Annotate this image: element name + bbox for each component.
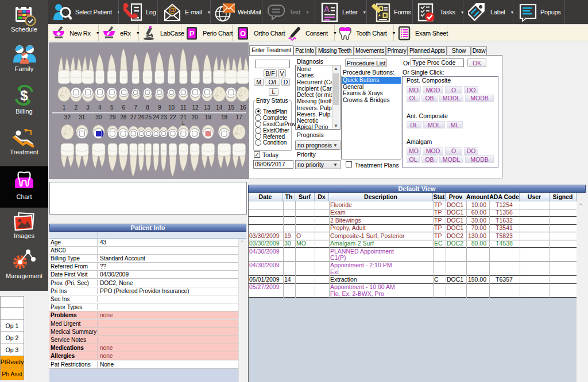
svg-text:20: 20 (191, 114, 198, 120)
svg-text:O: O (240, 29, 246, 38)
svg-text:18: 18 (221, 114, 228, 120)
svg-text:31: 31 (79, 114, 86, 120)
svg-text:26: 26 (138, 114, 145, 120)
svg-text:23: 23 (160, 114, 167, 120)
svg-text:2: 2 (75, 104, 78, 111)
svg-text:21: 21 (180, 114, 187, 120)
svg-text:1: 1 (63, 104, 66, 111)
svg-text:7: 7 (134, 104, 137, 111)
svg-text:3: 3 (86, 104, 90, 111)
svg-text:17: 17 (236, 114, 243, 120)
svg-text:L: L (182, 120, 185, 126)
svg-text:15: 15 (228, 104, 235, 111)
svg-text:28: 28 (120, 114, 127, 120)
svg-text:32: 32 (64, 114, 71, 120)
svg-text:4: 4 (98, 104, 102, 111)
svg-text:25: 25 (145, 114, 152, 120)
svg-text:22: 22 (169, 114, 176, 120)
svg-text:13: 13 (204, 104, 211, 111)
svg-text:14: 14 (216, 104, 223, 111)
svg-text:P: P (189, 29, 195, 38)
svg-text:$: $ (20, 88, 28, 103)
svg-text:16: 16 (240, 104, 247, 111)
svg-text:10: 10 (168, 104, 175, 111)
svg-text:@: @ (168, 5, 176, 14)
svg-text:12: 12 (192, 104, 199, 111)
svg-text:9: 9 (158, 104, 161, 111)
svg-text:8: 8 (146, 104, 149, 111)
svg-text:11: 11 (180, 104, 187, 111)
svg-text:19: 19 (205, 114, 212, 120)
svg-text:24: 24 (153, 114, 160, 120)
svg-text:6: 6 (122, 104, 126, 111)
svg-text:A: A (324, 4, 330, 14)
svg-text:30: 30 (95, 114, 102, 120)
svg-text:29: 29 (109, 114, 116, 120)
svg-text:27: 27 (130, 114, 137, 120)
svg-text:5: 5 (110, 104, 114, 111)
